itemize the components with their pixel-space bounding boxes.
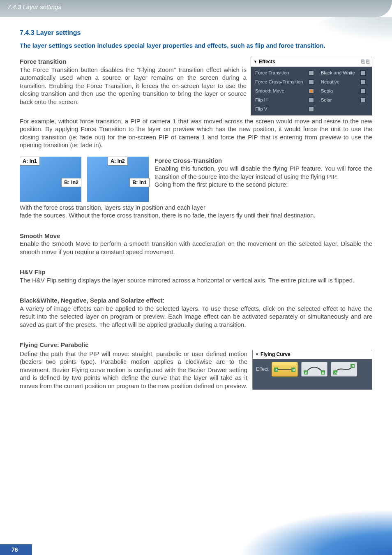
force-transition-heading: Force transition [20, 58, 247, 66]
force-cross-p2: Going from the first picture to the seco… [154, 180, 372, 189]
pip1-b-label: B: In2 [61, 178, 81, 187]
svg-text:A: A [305, 371, 307, 375]
opt-flip-v: Flip V [255, 106, 304, 112]
flying-curve-label: Effect [256, 366, 268, 373]
opt-force-cross: Force Cross-Transition [255, 79, 304, 85]
pip-diagram-1: A: In1 B: In2 [20, 157, 81, 202]
opt-negative: Negative [321, 79, 355, 85]
parabolic-arc-icon: A B [303, 363, 326, 375]
flying-curve-panel: ▼ Flying Curve Effect A B [252, 350, 372, 390]
force-cross-heading: Force Cross-Transition [154, 157, 372, 165]
section-heading: 7.4.3 Layer settings [20, 29, 372, 37]
pip-diagram-2: A: In2 B: In1 [87, 157, 149, 202]
bw-effect-heading: Black&White, Negative, Sepia and Solariz… [20, 296, 372, 305]
straight-line-icon: A B [273, 363, 296, 375]
chk-negative[interactable] [360, 79, 366, 85]
effects-grid: Force Transition Black and White Force C… [251, 67, 372, 115]
fly-btn-straight[interactable]: A B [272, 362, 298, 377]
force-transition-p2: For example, without force transition, a… [20, 117, 372, 149]
chk-flip-h[interactable] [309, 97, 314, 103]
main-content: 7.4.3 Layer settings The layer settings … [0, 17, 392, 390]
svg-text:B: B [352, 364, 354, 368]
chk-black-white[interactable] [360, 70, 366, 76]
chk-smooth-move[interactable] [309, 88, 314, 94]
force-cross-p4: fade the sources. Without the force cros… [20, 211, 372, 220]
opt-sepia: Sepia [321, 88, 355, 94]
collapse-icon[interactable]: ▼ [254, 60, 257, 65]
pip-row: A: In1 B: In2 A: In2 B: In1 Force Cross-… [20, 157, 372, 202]
opt-solar: Solar [321, 97, 355, 103]
flying-curve-title-text: Flying Curve [261, 352, 291, 358]
svg-text:B: B [293, 368, 295, 372]
hv-flip-heading: H&V Flip [20, 268, 372, 276]
footer-decoration [228, 506, 392, 555]
fly-btn-parabolic[interactable]: A B [301, 362, 327, 377]
collapse-icon[interactable]: ▼ [255, 352, 259, 357]
force-cross-p3: With the force cross transition, layers … [20, 204, 372, 212]
pip1-a-label: A: In1 [20, 157, 40, 166]
bezier-curve-icon: A B [332, 363, 355, 375]
force-cross-p1: Enabling this function, you will disable… [154, 164, 372, 180]
breadcrumb: 7.4.3 Layer settings [7, 3, 61, 10]
fly-btn-bezier[interactable]: A B [331, 362, 357, 377]
smooth-move-p1: Enable the Smooth Move to perform a smoo… [20, 240, 372, 256]
chk-force-transition[interactable] [309, 70, 314, 76]
page-number: 76 [0, 544, 32, 555]
hv-flip-p1: The H&V Flip setting displays the layer … [20, 276, 372, 284]
chk-solar[interactable] [360, 97, 366, 103]
force-transition-p1: The Force Transition button disables the… [20, 66, 247, 106]
opt-smooth-move: Smooth Move [255, 88, 304, 94]
section-intro: The layer settings section includes spec… [20, 42, 372, 50]
chk-sepia[interactable] [360, 88, 366, 94]
opt-force-transition: Force Transition [255, 70, 304, 76]
chk-flip-v[interactable] [309, 106, 314, 112]
opt-black-white: Black and White [321, 70, 355, 76]
effects-panel: ▼ Effects ⎘ ⎘ Force Transition Black and… [251, 57, 372, 116]
force-transition-row: Force transition The Force Transition bu… [20, 57, 372, 116]
chk-force-cross[interactable] [309, 79, 314, 85]
opt-flip-h: Flip H [255, 97, 304, 103]
flying-curve-p1: Define the path that the PIP will move: … [20, 350, 247, 390]
effects-title-text: Effects [259, 59, 275, 65]
svg-text:A: A [334, 371, 337, 375]
flying-curve-title-bar[interactable]: ▼ Flying Curve [253, 350, 372, 360]
flying-curve-heading: Flying Curve: Parabolic [20, 341, 372, 349]
smooth-move-heading: Smooth Move [20, 232, 372, 240]
svg-text:A: A [275, 368, 278, 372]
flying-curve-row: Define the path that the PIP will move: … [20, 350, 372, 390]
effects-panel-title-bar[interactable]: ▼ Effects ⎘ ⎘ [251, 57, 372, 67]
svg-text:B: B [322, 371, 325, 375]
header-bar: 7.4.3 Layer settings [0, 0, 392, 17]
panel-copy-icons[interactable]: ⎘ ⎘ [361, 58, 369, 65]
pip2-a-label: A: In2 [108, 157, 128, 166]
pip2-b-label: B: In1 [129, 178, 150, 187]
flying-curve-body: Effect A B A [253, 359, 372, 379]
bw-effect-p1: A variety of image effects can be applie… [20, 305, 372, 329]
